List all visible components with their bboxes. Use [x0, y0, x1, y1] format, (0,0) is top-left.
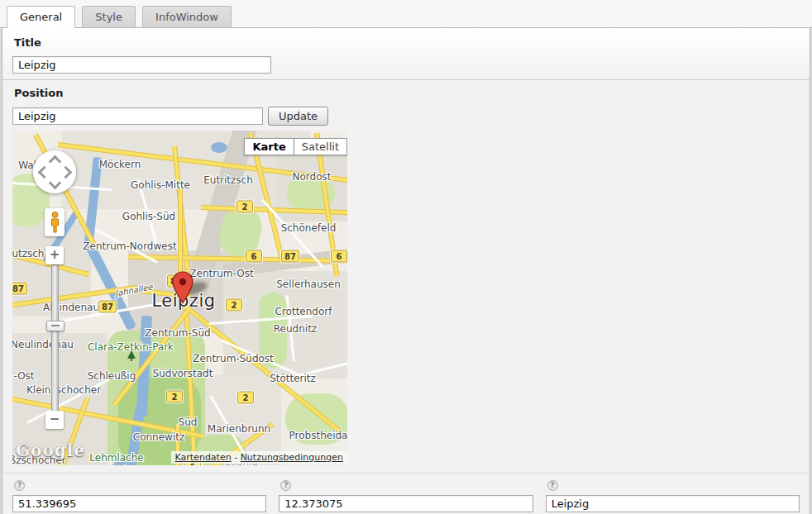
position-input[interactable]	[12, 107, 263, 125]
route-badge: 6	[246, 250, 262, 263]
map-label: Zentrum-Nordwest	[83, 240, 176, 252]
position-input-row: Update	[12, 107, 800, 126]
help-icon[interactable]: ?	[280, 480, 291, 491]
map-type-satellit-button[interactable]: Satellit	[294, 138, 347, 155]
longitude-field-group: ?	[279, 480, 533, 512]
route-badge: 6	[331, 250, 347, 263]
map-label: Nordost	[293, 171, 332, 183]
map-label: Gohlis-Süd	[122, 211, 175, 222]
tab-general[interactable]: General	[7, 6, 75, 28]
latitude-input[interactable]	[12, 495, 266, 512]
help-icon[interactable]: ?	[547, 480, 558, 491]
pegman-icon	[49, 212, 61, 233]
map-label: Zentrum-Süd	[145, 327, 210, 339]
map-label: Neulindenau	[12, 339, 74, 350]
tab-style[interactable]: Style	[82, 6, 136, 27]
slider-grip-icon	[51, 325, 60, 326]
route-badge: 87	[12, 283, 27, 295]
position-section: Position Update WahrenMöckernGohlis-Mitt…	[2, 80, 810, 473]
tab-bar: General Style InfoWindow	[0, 0, 812, 28]
pin-icon	[172, 271, 193, 304]
attribution-separator: -	[232, 452, 241, 463]
map-label: Möckern	[99, 159, 141, 170]
route-badge: 2	[237, 392, 254, 404]
kartendaten-link[interactable]: Kartendaten	[175, 452, 232, 463]
park-tree-icon	[127, 350, 136, 359]
help-icon[interactable]: ?	[14, 480, 25, 491]
route-badge: 2	[226, 299, 242, 312]
route-badge: 2	[236, 201, 253, 213]
zoom-slider-track[interactable]	[51, 264, 59, 412]
map-type-karte-button[interactable]: Karte	[244, 138, 294, 155]
coordinates-section: ? ? ?	[2, 473, 810, 514]
map-label: Connewitz	[133, 431, 184, 443]
latitude-field-group: ?	[12, 480, 266, 512]
zoom-out-button[interactable]: −	[45, 411, 64, 429]
address-field-group: ?	[546, 480, 800, 512]
map-label: Kleinzschocher	[26, 384, 101, 396]
map-label: Reudnitz	[274, 323, 317, 335]
pan-up-icon[interactable]	[49, 155, 62, 169]
update-button[interactable]: Update	[268, 107, 328, 126]
pan-control[interactable]	[33, 150, 76, 193]
pan-down-icon[interactable]	[49, 177, 62, 190]
pan-left-icon[interactable]	[38, 166, 51, 179]
map-label: Leutzsch	[12, 248, 44, 259]
map-label: Crottendorf	[275, 306, 332, 317]
map-label: Marienbrunn	[208, 423, 270, 435]
map-label: Schönefeld	[281, 222, 337, 234]
map-label: Schleußig	[88, 370, 136, 382]
map-label: Eutritzsch	[203, 174, 253, 186]
map-label: Zentrum-Südost	[193, 353, 274, 364]
nutzungsbedingungen-link[interactable]: Nutzungsbedingungen	[241, 452, 343, 463]
map-label: Zentrum-Ost	[189, 268, 253, 279]
map-label: Sellerhausen	[276, 278, 341, 290]
route-badge: 87	[98, 301, 117, 313]
map-type-switch: Karte Satellit	[244, 138, 347, 155]
map-label: Gohlis-Mitte	[131, 179, 190, 191]
title-section: Title	[2, 28, 810, 80]
address-input[interactable]	[546, 495, 800, 512]
title-label: Title	[14, 36, 800, 49]
google-logo: Google	[16, 440, 85, 460]
map-label: Stötteritz	[270, 373, 316, 384]
tab-infowindow[interactable]: InfoWindow	[142, 6, 232, 27]
title-input[interactable]	[12, 56, 271, 74]
street-view-pegman[interactable]	[45, 208, 64, 236]
map-terrain-shape	[211, 142, 227, 153]
map-attribution: Kartendaten - Nutzungsbedingungen	[171, 451, 347, 464]
position-label: Position	[14, 87, 800, 99]
map-canvas[interactable]: WahrenMöckernGohlis-MitteEutritzschNordo…	[12, 131, 347, 465]
general-panel: Title Position Update WahrenMöckernGohli…	[2, 28, 810, 514]
route-badge: 2	[166, 391, 183, 403]
map-label: Lehmlache	[89, 452, 143, 464]
pan-right-icon[interactable]	[60, 166, 73, 179]
map-label: -Ost	[13, 370, 34, 382]
map-marker-pin[interactable]	[172, 271, 193, 307]
zoom-in-button[interactable]: +	[45, 246, 64, 264]
map-label: Südvorstadt	[153, 368, 213, 379]
route-badge: 87	[281, 250, 299, 263]
longitude-input[interactable]	[279, 495, 533, 512]
zoom-slider-handle[interactable]	[46, 321, 64, 331]
map-label: Probstheida	[289, 430, 347, 441]
map-label: Süd	[179, 416, 198, 428]
